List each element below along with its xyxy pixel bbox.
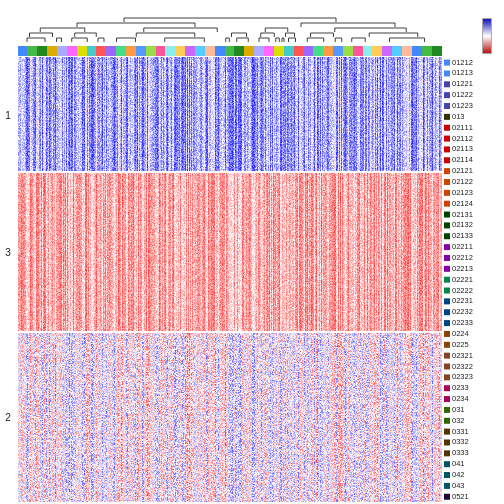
legend-gradient: [482, 18, 492, 54]
col-labels: [444, 57, 502, 502]
heatmap: [18, 57, 442, 502]
main-container: [0, 0, 504, 504]
chart-title: [0, 0, 444, 4]
color-legend: [482, 18, 502, 54]
dendrogram-top: [18, 16, 442, 44]
row-label-canvas: [0, 57, 16, 502]
colorbar: [18, 46, 442, 56]
